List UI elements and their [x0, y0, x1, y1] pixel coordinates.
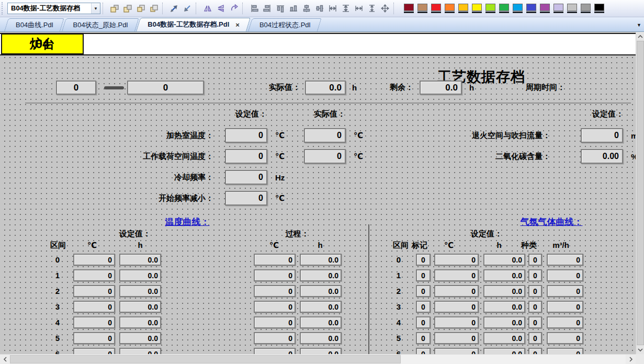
range-start-field[interactable]: 0: [56, 81, 96, 95]
gas-temp-field[interactable]: 0: [434, 285, 479, 297]
gas-flow-field[interactable]: 0: [547, 285, 583, 297]
gas-mark-field[interactable]: 0: [416, 301, 431, 313]
tab-B04数据-工艺数据存档.Pdl[interactable]: B04数据-工艺数据存档.Pdl×: [136, 18, 246, 31]
temp-proc-h-field[interactable]: 0.0: [300, 348, 342, 354]
remaining-hours-field[interactable]: 0.0: [420, 81, 462, 95]
temp-set-c-field[interactable]: 0: [73, 301, 115, 313]
gas-mark-field[interactable]: 0: [416, 316, 431, 328]
gas-kind-field[interactable]: 0: [528, 316, 542, 328]
gas-kind-field[interactable]: 0: [528, 348, 542, 354]
combo-dropdown-icon[interactable]: ▼: [91, 3, 100, 14]
temp-proc-c-field[interactable]: 0: [254, 285, 296, 297]
distribute-horizontal-icon[interactable]: [326, 3, 338, 15]
gas-temp-field[interactable]: 0: [434, 269, 479, 281]
temp-set-c-field[interactable]: 0: [73, 269, 115, 281]
temp-proc-c-field[interactable]: 0: [254, 301, 296, 313]
scroll-up-icon[interactable]: [636, 32, 644, 41]
purge-flow-field[interactable]: 0: [581, 128, 623, 143]
toolbar-grip[interactable]: [2, 2, 5, 15]
temp-set-h-field[interactable]: 0.0: [119, 332, 161, 344]
gas-temp-field[interactable]: 0: [434, 316, 479, 328]
align-top-icon[interactable]: [274, 3, 286, 15]
color-swatch[interactable]: [580, 3, 592, 14]
temp-set-c-field[interactable]: 0: [73, 254, 115, 266]
gas-mark-field[interactable]: 0: [416, 254, 431, 266]
workload-actual-field[interactable]: 0: [304, 149, 346, 164]
align-right-icon[interactable]: [261, 3, 273, 15]
temperature-curve-link[interactable]: 温度曲线：: [145, 216, 229, 228]
color-swatch[interactable]: [552, 3, 564, 14]
tab-list-dropdown-icon[interactable]: ▼: [637, 22, 641, 28]
temp-proc-c-field[interactable]: 0: [254, 269, 296, 281]
gas-hours-field[interactable]: 0.0: [483, 301, 525, 313]
gas-hours-field[interactable]: 0.0: [483, 269, 525, 281]
temp-set-h-field[interactable]: 0.0: [119, 285, 161, 297]
temp-set-c-field[interactable]: 0: [73, 348, 115, 354]
color-swatch[interactable]: [416, 3, 428, 14]
furnace-id-box[interactable]: 炉台 04: [1, 33, 84, 54]
gas-mark-field[interactable]: 0: [416, 332, 431, 344]
pointer-arrow-ne-icon[interactable]: [168, 3, 180, 15]
pointer-arrow-sw-icon[interactable]: [181, 3, 193, 15]
temp-set-h-field[interactable]: 0.0: [119, 301, 161, 313]
gas-kind-field[interactable]: 0: [528, 254, 542, 266]
heating-actual-field[interactable]: 0: [304, 128, 346, 143]
gas-flow-field[interactable]: 0: [547, 316, 583, 328]
rotate-icon[interactable]: [228, 3, 240, 15]
gas-hours-field[interactable]: 0.0: [483, 285, 525, 297]
vertical-scrollbar[interactable]: [636, 32, 644, 354]
align-left-icon[interactable]: [248, 3, 260, 15]
temp-proc-c-field[interactable]: 0: [254, 332, 296, 344]
color-swatch[interactable]: [403, 3, 415, 14]
object-selector-combobox[interactable]: B04数据-工艺数据存档 ▼: [7, 3, 100, 14]
horizontal-scrollbar[interactable]: [0, 354, 644, 364]
vertical-scroll-thumb[interactable]: [637, 41, 644, 345]
temp-set-c-field[interactable]: 0: [73, 285, 115, 297]
distribute-vertical-icon[interactable]: [340, 3, 352, 15]
heating-set-field[interactable]: 0: [225, 128, 267, 143]
color-swatch[interactable]: [430, 3, 442, 14]
color-swatch[interactable]: [484, 3, 496, 14]
temp-proc-c-field[interactable]: 0: [254, 254, 296, 266]
mirror-vertical-icon[interactable]: [214, 3, 227, 15]
color-swatch[interactable]: [566, 3, 578, 14]
atmosphere-gas-curve-link[interactable]: 气氛气体曲线：: [507, 216, 595, 228]
color-swatch[interactable]: [471, 3, 483, 14]
temp-proc-h-field[interactable]: 0.0: [300, 254, 342, 266]
horizontal-scroll-thumb[interactable]: [10, 355, 401, 363]
range-end-field[interactable]: 0: [127, 81, 204, 95]
design-canvas[interactable]: 炉台 04 工艺数据存档 0 0 实际值： 0.0 h 剩余： 0.0 h 周期…: [0, 32, 636, 354]
layer-back-icon[interactable]: [121, 3, 133, 15]
gas-kind-field[interactable]: 0: [528, 332, 542, 344]
gas-temp-field[interactable]: 0: [434, 254, 479, 266]
gas-kind-field[interactable]: 0: [528, 301, 542, 313]
gas-hours-field[interactable]: 0.0: [483, 254, 525, 266]
freq-reduction-field[interactable]: 0: [225, 191, 267, 206]
tab-B04曲线.Pdl[interactable]: B04曲线.Pdl: [4, 18, 60, 31]
gas-flow-field[interactable]: 0: [547, 332, 583, 344]
temp-set-h-field[interactable]: 0.0: [119, 254, 161, 266]
mirror-horizontal-icon[interactable]: [201, 3, 213, 15]
gas-temp-field[interactable]: 0: [434, 348, 479, 354]
gas-hours-field[interactable]: 0.0: [483, 316, 525, 328]
actual-hours-field[interactable]: 0.0: [305, 81, 346, 95]
gas-temp-field[interactable]: 0: [434, 332, 479, 344]
temp-set-c-field[interactable]: 0: [73, 332, 115, 344]
same-height-icon[interactable]: [366, 3, 378, 15]
color-swatch[interactable]: [457, 3, 469, 14]
layer-forward-icon[interactable]: [134, 3, 146, 15]
gas-hours-field[interactable]: 0.0: [483, 332, 525, 344]
gas-mark-field[interactable]: 0: [416, 269, 431, 281]
temp-set-c-field[interactable]: 0: [73, 316, 115, 328]
co2-content-field[interactable]: 0.00: [581, 149, 623, 164]
scroll-right-icon[interactable]: [626, 355, 636, 364]
gas-flow-field[interactable]: 0: [547, 254, 583, 266]
temp-proc-h-field[interactable]: 0.0: [300, 269, 342, 281]
workload-set-field[interactable]: 0: [225, 149, 267, 164]
cooling-frequency-field[interactable]: 0: [225, 170, 267, 185]
gas-mark-field[interactable]: 0: [416, 285, 431, 297]
gas-flow-field[interactable]: 0: [547, 301, 583, 313]
gas-flow-field[interactable]: 0: [547, 269, 583, 281]
tab-B04状态_原始.Pdl[interactable]: B04状态_原始.Pdl: [62, 18, 135, 31]
scroll-down-icon[interactable]: [636, 345, 644, 354]
